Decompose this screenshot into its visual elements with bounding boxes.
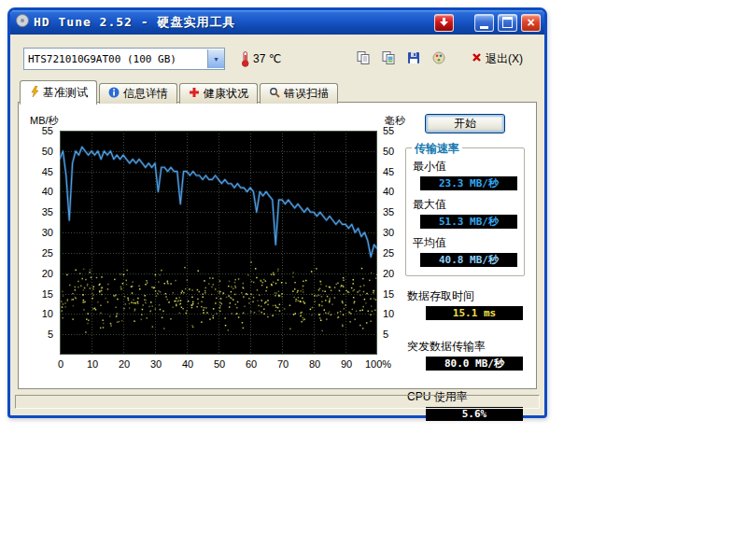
toolbar: HTS721010G9AT00 (100 GB) ▼ 37 ℃ xyxy=(23,48,533,70)
window-client-area: HTS721010G9AT00 (100 GB) ▼ 37 ℃ xyxy=(10,35,544,415)
drive-select[interactable]: HTS721010G9AT00 (100 GB) ▼ xyxy=(23,48,225,70)
avg-label: 平均值 xyxy=(413,235,519,251)
copy-image-button[interactable] xyxy=(377,49,400,69)
start-button[interactable]: 开始 xyxy=(425,114,505,133)
y-tick-left: 35 xyxy=(28,206,53,217)
tab-strip: 基准测试 信息详情 健康状况 错误扫描 xyxy=(20,80,338,105)
avg-value: 40.8 MB/秒 xyxy=(420,253,517,267)
save-floppy-icon xyxy=(406,50,421,68)
minimize-button[interactable] xyxy=(474,14,494,32)
y-tick-left: 45 xyxy=(28,166,53,177)
temperature-value: 37 ℃ xyxy=(253,52,281,65)
minimize-icon xyxy=(480,26,488,29)
min-label: 最小值 xyxy=(413,159,519,175)
magnifier-icon xyxy=(269,87,280,101)
x-tick: 70 xyxy=(268,358,298,370)
y-tick-left: 40 xyxy=(28,186,53,197)
x-tick: 80 xyxy=(300,358,330,370)
x-tick: 30 xyxy=(141,358,171,370)
y-tick-right: 10 xyxy=(383,308,405,319)
transfer-rate-group: 传输速率 最小值 23.3 MB/秒 最大值 51.3 MB/秒 平均值 40.… xyxy=(405,147,525,276)
tab-error-scan-label: 错误扫描 xyxy=(284,86,329,102)
transfer-rate-group-title: 传输速率 xyxy=(412,141,462,157)
y-tick-left: 50 xyxy=(28,146,53,157)
tab-info-label: 信息详情 xyxy=(123,86,168,102)
y-tick-right: 45 xyxy=(383,166,405,177)
lightning-icon xyxy=(29,86,39,100)
x-tick: 0 xyxy=(46,358,76,370)
y-tick-left: 30 xyxy=(28,227,53,238)
close-icon: × xyxy=(527,16,534,29)
y-tick-right: 5 xyxy=(383,329,405,340)
x-tick: 60 xyxy=(236,358,266,370)
save-button[interactable] xyxy=(402,49,425,69)
copy-text-icon xyxy=(356,50,371,68)
x-tick: 40 xyxy=(173,358,203,370)
min-value: 23.3 MB/秒 xyxy=(420,176,517,190)
options-palette-icon xyxy=(431,50,446,68)
access-time-value: 15.1 ms xyxy=(426,306,523,320)
exit-label: 退出(X) xyxy=(486,51,523,67)
benchmark-chart: MB/秒 毫秒 55101015152020252530303535404045… xyxy=(28,114,405,377)
info-icon xyxy=(108,87,120,101)
y-tick-right: 50 xyxy=(383,146,405,157)
cpu-usage-value: 5.6% xyxy=(426,407,523,421)
start-button-label: 开始 xyxy=(454,117,476,130)
exit-button[interactable]: 退出(X) xyxy=(467,49,528,70)
close-button[interactable]: × xyxy=(521,14,541,32)
update-download-button[interactable] xyxy=(434,14,454,32)
burst-rate-label: 突发数据传输率 xyxy=(407,339,525,355)
max-label: 最大值 xyxy=(413,197,519,213)
y-tick-left: 20 xyxy=(28,268,53,279)
copy-image-icon xyxy=(381,50,396,68)
tab-benchmark[interactable]: 基准测试 xyxy=(20,80,97,105)
drive-select-value: HTS721010G9AT00 (100 GB) xyxy=(24,53,207,65)
benchmark-chart-canvas xyxy=(60,131,377,355)
burst-rate-block: 突发数据传输率 80.0 MB/秒 xyxy=(405,337,525,377)
maximize-icon xyxy=(502,17,513,28)
y-tick-right: 40 xyxy=(383,186,405,197)
status-bar xyxy=(15,395,540,409)
y-tick-left: 10 xyxy=(28,308,53,319)
maximize-button[interactable] xyxy=(498,14,517,32)
temperature-icon xyxy=(240,50,250,67)
toolbar-icon-group xyxy=(352,49,450,69)
x-tick: 20 xyxy=(109,358,139,370)
app-icon xyxy=(15,13,30,32)
health-cross-icon xyxy=(189,87,200,101)
download-arrow-icon xyxy=(440,16,448,30)
tab-health-label: 健康状况 xyxy=(204,86,248,102)
y-tick-left: 25 xyxy=(28,247,53,259)
exit-x-icon xyxy=(472,52,482,65)
benchmark-tab-page: MB/秒 毫秒 55101015152020252530303535404045… xyxy=(18,102,537,389)
x-tick: 90 xyxy=(331,358,361,370)
y-tick-right: 35 xyxy=(383,206,405,217)
title-bar[interactable]: HD Tune 2.52 - 硬盘实用工具 × xyxy=(10,10,544,35)
options-button[interactable] xyxy=(428,49,450,69)
y-tick-left: 15 xyxy=(28,288,53,300)
max-value: 51.3 MB/秒 xyxy=(420,215,517,229)
hd-tune-window: HD Tune 2.52 - 硬盘实用工具 × HTS721010G9AT00 … xyxy=(7,7,547,418)
y-tick-right: 25 xyxy=(383,247,405,259)
chevron-down-icon[interactable]: ▼ xyxy=(207,49,224,68)
y-tick-right: 15 xyxy=(383,288,405,300)
y-tick-left: 55 xyxy=(28,125,53,136)
y-tick-right: 20 xyxy=(383,268,405,279)
access-time-label: 数据存取时间 xyxy=(407,288,525,304)
burst-rate-value: 80.0 MB/秒 xyxy=(426,357,523,371)
tab-error-scan[interactable]: 错误扫描 xyxy=(260,83,338,104)
y-tick-left: 5 xyxy=(28,329,53,340)
y-tick-right: 55 xyxy=(383,125,405,136)
tab-benchmark-label: 基准测试 xyxy=(43,85,88,101)
results-panel: 开始 传输速率 最小值 23.3 MB/秒 最大值 51.3 MB/秒 平均值 … xyxy=(405,112,525,381)
window-title: HD Tune 2.52 - 硬盘实用工具 xyxy=(34,14,430,31)
x-tick: 10 xyxy=(78,358,107,370)
tab-info[interactable]: 信息详情 xyxy=(99,83,177,104)
tab-health[interactable]: 健康状况 xyxy=(179,83,258,104)
access-time-block: 数据存取时间 15.1 ms xyxy=(405,287,525,327)
x-tick: 100% xyxy=(363,358,393,370)
copy-text-button[interactable] xyxy=(352,49,374,69)
x-tick: 50 xyxy=(204,358,234,370)
y-tick-right: 30 xyxy=(383,227,405,238)
